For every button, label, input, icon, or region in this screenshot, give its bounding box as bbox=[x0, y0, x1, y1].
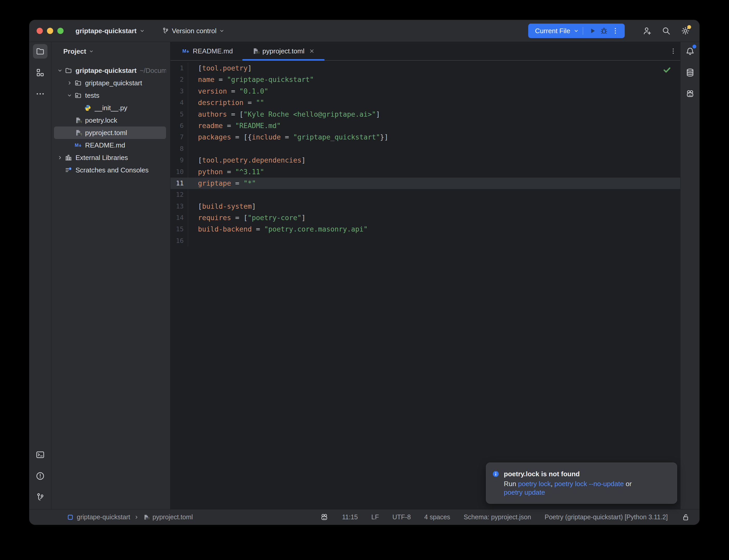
tree-item-external-libraries[interactable]: External Libraries bbox=[54, 151, 166, 164]
code-line-content: griptape = "*" bbox=[188, 178, 256, 189]
code-line-content: [tool.poetry.dependencies] bbox=[188, 155, 305, 166]
tree-item-griptape-quickstart[interactable]: griptape_quickstart bbox=[54, 77, 166, 89]
database-tool-button[interactable] bbox=[683, 65, 697, 80]
breadcrumb-pyproject-toml[interactable]: [T]pyproject.toml bbox=[143, 513, 193, 521]
run-config-selector[interactable]: Current File bbox=[535, 27, 570, 35]
code-line-5[interactable]: 5authors = ["Kyle Roche <hello@griptape.… bbox=[170, 109, 680, 120]
minimize-window-button[interactable] bbox=[47, 28, 53, 34]
chevron-down-icon[interactable] bbox=[65, 92, 74, 99]
chevron-down-icon[interactable] bbox=[55, 67, 64, 74]
code-line-12[interactable]: 12 bbox=[170, 189, 680, 200]
line-number[interactable]: 4 bbox=[170, 97, 188, 108]
divider bbox=[583, 27, 583, 35]
tree-item-griptape-quickstart[interactable]: griptape-quickstart~/Docume bbox=[54, 64, 166, 77]
code-line-10[interactable]: 10python = "^3.11" bbox=[170, 166, 680, 178]
line-number[interactable]: 16 bbox=[170, 235, 188, 247]
code-line-2[interactable]: 2name = "griptape-quickstart" bbox=[170, 74, 680, 85]
library-icon bbox=[65, 154, 72, 162]
breadcrumb-griptape-quickstart[interactable]: griptape-quickstart bbox=[67, 513, 130, 521]
line-number[interactable]: 5 bbox=[170, 109, 188, 120]
search-button[interactable] bbox=[659, 24, 674, 38]
status-item-4-spaces[interactable]: 4 spaces bbox=[424, 513, 450, 521]
settings-button[interactable] bbox=[678, 24, 693, 38]
tree-item-poetry-lock[interactable]: [T]poetry.lock bbox=[54, 114, 166, 127]
tab-options-icon[interactable] bbox=[669, 47, 677, 55]
status-item-11[interactable]: 11:15 bbox=[342, 513, 358, 521]
close-tab-icon[interactable] bbox=[308, 48, 315, 54]
chevron-spacer bbox=[75, 104, 83, 111]
code-line-11[interactable]: 11griptape = "*" bbox=[170, 178, 680, 189]
code-line-9[interactable]: 9[tool.poetry.dependencies] bbox=[170, 155, 680, 166]
tree-item-readme-md[interactable]: MREADME.md bbox=[54, 139, 166, 151]
more-run-options-button[interactable] bbox=[610, 25, 621, 37]
line-number[interactable]: 7 bbox=[170, 131, 188, 143]
code-line-content: python = "^3.11" bbox=[188, 166, 264, 178]
status-item-poetry-griptape-quickstart-python-3-11-2-[interactable]: Poetry (griptape-quickstart) [Python 3.1… bbox=[545, 513, 668, 521]
line-number[interactable]: 15 bbox=[170, 223, 188, 235]
structure-tool-button[interactable] bbox=[33, 65, 47, 80]
run-button[interactable] bbox=[587, 25, 598, 37]
status-item-lf[interactable]: LF bbox=[371, 513, 379, 521]
lock-open-status-icon[interactable] bbox=[681, 513, 690, 522]
zoom-window-button[interactable] bbox=[57, 28, 64, 34]
code-line-1[interactable]: 1[tool.poetry] bbox=[170, 62, 680, 74]
project-folder-tool-button[interactable] bbox=[33, 44, 47, 59]
editor-column: MREADME.md[T]pyproject.toml 1[tool.poetr… bbox=[170, 42, 680, 509]
tree-item--init-py[interactable]: __init__.py bbox=[54, 102, 166, 114]
chevron-right-icon[interactable] bbox=[65, 79, 74, 87]
problems-tool-button[interactable] bbox=[33, 469, 47, 483]
line-number[interactable]: 9 bbox=[170, 155, 188, 166]
status-item-schema[interactable]: Schema: pyproject.json bbox=[464, 513, 531, 521]
tree-item-label: Scratches and Consoles bbox=[75, 166, 149, 174]
code-line-7[interactable]: 7packages = [{include = "griptape_quicks… bbox=[170, 131, 680, 143]
code-line-4[interactable]: 4description = "" bbox=[170, 97, 680, 108]
ai-assistant-status-icon[interactable] bbox=[320, 513, 329, 522]
tree-item-pyproject-toml[interactable]: [T]pyproject.toml bbox=[54, 127, 166, 139]
titlebar: griptape-quickstart Version control Curr… bbox=[29, 20, 699, 42]
tree-item-scratches-and-consoles[interactable]: Scratches and Consoles bbox=[54, 164, 166, 176]
folder-module-icon bbox=[74, 92, 82, 99]
git-branch-tool-button[interactable] bbox=[33, 490, 47, 505]
notifications-bell-tool-button[interactable] bbox=[683, 44, 697, 59]
project-selector[interactable]: griptape-quickstart bbox=[72, 25, 148, 37]
vcs-widget[interactable]: Version control bbox=[158, 25, 228, 37]
tree-item-tests[interactable]: tests bbox=[54, 89, 166, 102]
line-number[interactable]: 14 bbox=[170, 212, 188, 223]
tree-item-label: pyproject.toml bbox=[85, 129, 127, 137]
more-tool-button[interactable] bbox=[33, 87, 47, 101]
line-number[interactable]: 10 bbox=[170, 166, 188, 178]
add-user-button[interactable] bbox=[640, 24, 654, 38]
toml-icon: [T] bbox=[74, 129, 82, 137]
editor-tab-pyproject-toml[interactable]: [T]pyproject.toml bbox=[242, 42, 325, 60]
code-editor[interactable]: 1[tool.poetry]2name = "griptape-quicksta… bbox=[170, 61, 680, 509]
code-line-13[interactable]: 13[build-system] bbox=[170, 201, 680, 212]
debug-button[interactable] bbox=[598, 25, 610, 37]
ai-assistant-tool-button[interactable] bbox=[683, 87, 697, 101]
code-line-6[interactable]: 6readme = "README.md" bbox=[170, 120, 680, 131]
code-line-16[interactable]: 16 bbox=[170, 235, 680, 247]
line-number[interactable]: 1 bbox=[170, 62, 188, 74]
inspections-ok-icon[interactable] bbox=[663, 65, 671, 74]
code-line-3[interactable]: 3version = "0.1.0" bbox=[170, 86, 680, 97]
line-number[interactable]: 12 bbox=[170, 189, 188, 200]
notification-link[interactable]: poetry update bbox=[504, 488, 545, 496]
code-line-15[interactable]: 15build-backend = "poetry.core.masonry.a… bbox=[170, 223, 680, 235]
line-number[interactable]: 2 bbox=[170, 74, 188, 85]
editor-tab-readme-md[interactable]: MREADME.md bbox=[172, 42, 242, 60]
line-number[interactable]: 6 bbox=[170, 120, 188, 131]
line-number[interactable]: 8 bbox=[170, 143, 188, 155]
chevron-right-icon[interactable] bbox=[55, 154, 64, 161]
notification-link[interactable]: poetry lock --no-update bbox=[554, 480, 624, 488]
terminal-tool-button[interactable] bbox=[33, 447, 47, 462]
line-number[interactable]: 3 bbox=[170, 86, 188, 97]
code-line-8[interactable]: 8 bbox=[170, 143, 680, 155]
breadcrumbs: griptape-quickstart[T]pyproject.toml bbox=[29, 513, 193, 521]
code-line-14[interactable]: 14requires = ["poetry-core"] bbox=[170, 212, 680, 223]
notification-link[interactable]: poetry lock bbox=[518, 480, 551, 488]
status-item-utf-8[interactable]: UTF-8 bbox=[392, 513, 411, 521]
close-window-button[interactable] bbox=[37, 28, 43, 34]
line-number[interactable]: 11 bbox=[170, 178, 188, 189]
code-line-content: [tool.poetry] bbox=[188, 62, 252, 74]
line-number[interactable]: 13 bbox=[170, 201, 188, 212]
project-panel-header[interactable]: Project bbox=[51, 42, 170, 61]
